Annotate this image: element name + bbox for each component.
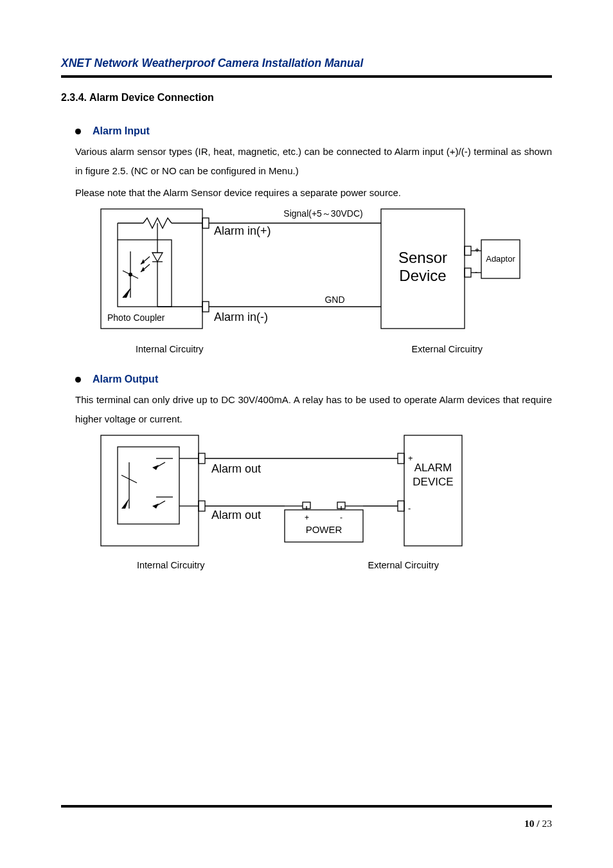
alarm-input-diagram: Signal(+5～30VDC) Alarm in(+) Alarm in(-)… (98, 206, 524, 339)
page-number: 10 / 23 (61, 818, 552, 829)
sensor-label-1: Sensor (398, 249, 447, 266)
sensor-label-2: Device (399, 267, 446, 284)
svg-rect-50 (398, 501, 404, 511)
svg-rect-27 (465, 268, 471, 277)
svg-rect-44 (199, 453, 205, 464)
svg-rect-22 (202, 302, 209, 312)
total-pages: 23 (542, 818, 553, 829)
device-minus-label: - (408, 503, 411, 513)
internal-circuitry-label: Internal Circuitry (136, 344, 204, 354)
alarm-in-minus-label: Alarm in(-) (214, 311, 268, 323)
svg-rect-49 (398, 453, 404, 464)
adaptor-minus-label: - (475, 267, 477, 276)
document-page: XNET Network Weatherproof Camera Install… (0, 0, 613, 868)
bullet-alarm-input: Alarm Input (75, 125, 552, 137)
alarm-output-heading: Alarm Output (93, 374, 158, 385)
footer-rule (61, 805, 552, 808)
alarm-device-label-1: ALARM (414, 462, 452, 474)
section-number: 2.3.4. (61, 92, 87, 103)
alarm-output-diagram: Alarm out Alarm out + - POWER ALARM DEVI… (98, 433, 465, 555)
adaptor-plus-label: + (475, 246, 479, 255)
alarm-output-p1: This terminal can only drive up to DC 30… (75, 390, 552, 429)
alarm-input-p2: Please note that the Alarm Sensor device… (75, 183, 552, 203)
alarm-output-captions: Internal Circuitry External Circuitry (98, 560, 465, 570)
svg-line-19 (118, 240, 130, 251)
svg-rect-31 (101, 435, 199, 546)
alarm-out-label-1: Alarm out (211, 462, 261, 475)
power-minus-label: - (340, 513, 342, 522)
adaptor-label: Adaptor (486, 254, 515, 264)
content: Alarm Input Various alarm sensor types (… (61, 125, 552, 570)
alarm-out-label-2: Alarm out (211, 509, 261, 521)
svg-rect-51 (404, 435, 462, 546)
svg-rect-45 (199, 501, 205, 511)
svg-marker-5 (152, 253, 163, 262)
power-label: POWER (306, 524, 342, 535)
external-circuitry-label: External Circuitry (412, 344, 483, 354)
alarm-input-heading: Alarm Input (93, 125, 150, 137)
svg-marker-35 (121, 498, 129, 509)
svg-marker-41 (152, 503, 159, 509)
bullet-alarm-output: Alarm Output (75, 374, 552, 385)
alarm-input-p1: Various alarm sensor types (IR, heat, ma… (75, 142, 552, 181)
footer: 10 / 23 (61, 805, 552, 829)
alarm-in-plus-label: Alarm in(+) (214, 224, 271, 237)
document-header: XNET Network Weatherproof Camera Install… (61, 57, 552, 78)
device-plus-label: + (408, 453, 413, 463)
external-circuitry-label-2: External Circuitry (368, 560, 439, 570)
internal-circuitry-label-2: Internal Circuitry (137, 560, 205, 570)
svg-rect-21 (202, 218, 209, 228)
svg-marker-9 (141, 259, 145, 264)
signal-label: Signal(+5～30VDC) (283, 208, 362, 219)
bullet-icon (75, 129, 81, 134)
section-title: 2.3.4. Alarm Device Connection (61, 92, 552, 104)
current-page: 10 (524, 818, 535, 829)
svg-rect-26 (465, 246, 471, 255)
page-sep: / (534, 818, 542, 829)
alarm-device-label-2: DEVICE (413, 476, 453, 488)
power-plus-label: + (305, 513, 309, 522)
gnd-label: GND (324, 294, 344, 305)
photo-coupler-label: Photo Coupler (107, 312, 165, 323)
section-name: Alarm Device Connection (89, 92, 214, 103)
bullet-icon (75, 377, 81, 383)
alarm-input-captions: Internal Circuitry External Circuitry (98, 344, 552, 354)
svg-marker-11 (141, 267, 145, 272)
svg-marker-38 (152, 465, 159, 470)
